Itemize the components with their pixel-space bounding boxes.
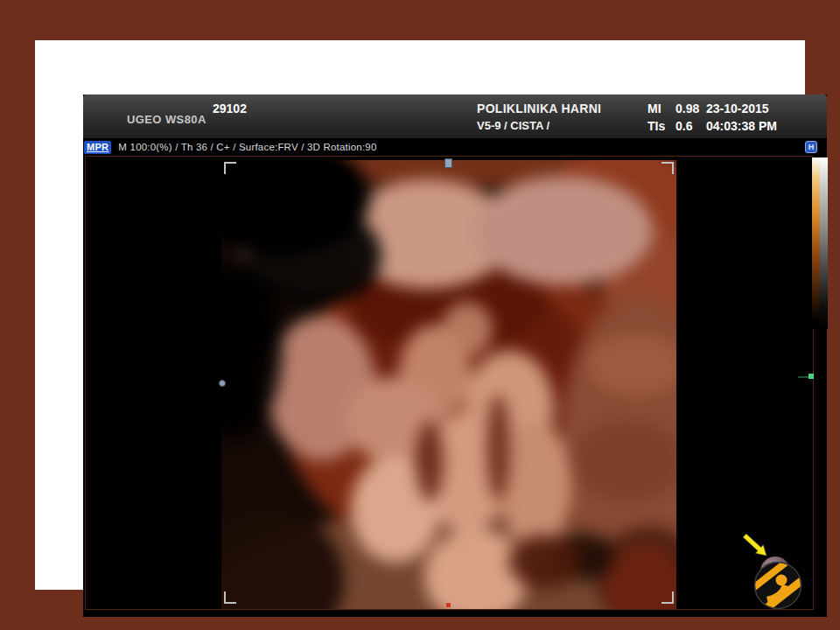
- render-tissue-layers: [221, 160, 676, 609]
- roi-corner-bottom-left: [224, 592, 236, 604]
- roi-corner-bottom-right: [662, 592, 674, 604]
- render-blob: [570, 421, 676, 501]
- clinic-logo-icon: [752, 560, 803, 611]
- tis-readout: TIs 0.6: [648, 119, 692, 133]
- render-parameters: M 100:0(%) / Th 36 / C+ / Surface:FRV / …: [118, 142, 376, 152]
- colormap-sepia-strip: [812, 158, 820, 329]
- ultrasound-3d-render[interactable]: [221, 160, 676, 609]
- mpr-mode-badge[interactable]: MPR: [84, 141, 111, 154]
- roi-corner-top-left: [224, 162, 236, 174]
- render-blob: [486, 395, 510, 501]
- exam-date: 23-10-2015: [706, 102, 769, 116]
- render-blob: [500, 421, 571, 550]
- clinic-name: POLIKLINIKA HARNI: [477, 102, 601, 116]
- photo-frame: UGEO WS80A 29102 POLIKLINIKA HARNI V5-9 …: [35, 40, 805, 590]
- slide-background: { "header": { "device_model": "UGEO WS80…: [0, 0, 840, 630]
- tis-label: TIs: [648, 119, 676, 133]
- render-blob: [508, 535, 580, 589]
- pointer-arrow-icon: [741, 532, 773, 564]
- tis-value: 0.6: [676, 119, 692, 133]
- ultrasound-screen: UGEO WS80A 29102 POLIKLINIKA HARNI V5-9 …: [83, 94, 827, 617]
- status-bar: MPR M 100:0(%) / Th 36 / C+ / Surface:FR…: [83, 138, 827, 156]
- colormap-gray-strip: [820, 158, 828, 329]
- render-blob: [587, 333, 676, 396]
- roi-top-handle[interactable]: [444, 158, 452, 168]
- mi-label: MI: [648, 102, 676, 116]
- image-display-area: [83, 156, 827, 617]
- render-colormap-bar: [812, 158, 828, 329]
- roi-left-handle[interactable]: [219, 380, 226, 387]
- render-blob: [473, 176, 653, 285]
- device-model: UGEO WS80A: [127, 113, 206, 126]
- right-axis-marker: [808, 374, 814, 379]
- render-blob: [416, 421, 444, 501]
- patient-id: 29102: [213, 102, 247, 116]
- exam-time: 04:03:38 PM: [706, 119, 777, 133]
- header-bar: UGEO WS80A 29102 POLIKLINIKA HARNI V5-9 …: [83, 94, 827, 138]
- mi-value: 0.98: [676, 102, 699, 116]
- mi-readout: MI 0.98: [648, 102, 699, 116]
- probe-preset: V5-9 / CISTA /: [477, 119, 550, 132]
- roi-corner-top-right: [662, 162, 674, 174]
- window-icon[interactable]: H: [805, 141, 817, 153]
- bottom-center-marker: [446, 603, 451, 607]
